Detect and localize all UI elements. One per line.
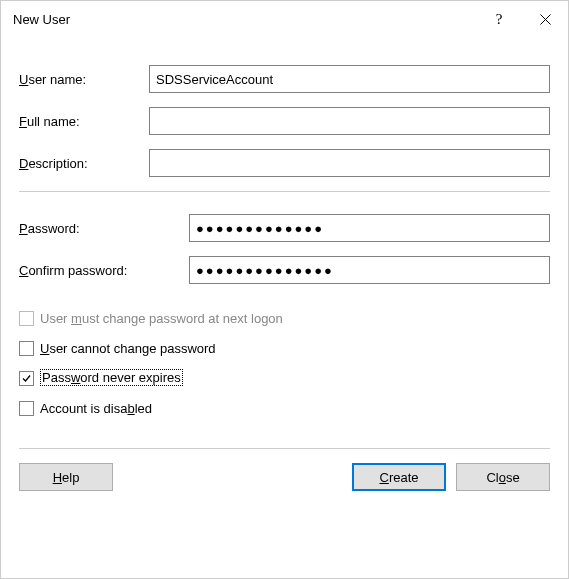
checkbox-label-cannot-change: User cannot change password bbox=[40, 341, 216, 356]
input-description[interactable] bbox=[149, 149, 550, 177]
checkbox-never-expires[interactable]: Password never expires bbox=[19, 368, 550, 388]
checkbox-label-must-change: User must change password at next logon bbox=[40, 311, 283, 326]
row-password: Password: ●●●●●●●●●●●●● bbox=[19, 214, 550, 242]
input-fullname[interactable] bbox=[149, 107, 550, 135]
input-password[interactable]: ●●●●●●●●●●●●● bbox=[189, 214, 550, 242]
label-fullname: Full name: bbox=[19, 114, 149, 129]
checkbox-label-account-disabled: Account is disabled bbox=[40, 401, 152, 416]
checkbox-label-never-expires: Password never expires bbox=[40, 370, 183, 386]
checkbox-group: User must change password at next logon … bbox=[19, 308, 550, 418]
divider-1 bbox=[19, 191, 550, 192]
help-button[interactable]: Help bbox=[19, 463, 113, 491]
label-password: Password: bbox=[19, 221, 189, 236]
checkbox-box-cannot-change[interactable] bbox=[19, 341, 34, 356]
svg-text:?: ? bbox=[496, 11, 503, 27]
row-fullname: Full name: bbox=[19, 107, 550, 135]
checkbox-account-disabled[interactable]: Account is disabled bbox=[19, 398, 550, 418]
checkbox-box-never-expires[interactable] bbox=[19, 371, 34, 386]
checkbox-cannot-change[interactable]: User cannot change password bbox=[19, 338, 550, 358]
checkbox-box-account-disabled[interactable] bbox=[19, 401, 34, 416]
checkbox-must-change: User must change password at next logon bbox=[19, 308, 550, 328]
close-button[interactable]: Close bbox=[456, 463, 550, 491]
window-title: New User bbox=[13, 12, 70, 27]
divider-2 bbox=[19, 448, 550, 449]
dialog-footer: Help Create Close bbox=[1, 463, 568, 509]
input-username[interactable] bbox=[149, 65, 550, 93]
close-icon[interactable] bbox=[522, 3, 568, 35]
row-username: User name: bbox=[19, 65, 550, 93]
label-confirm: Confirm password: bbox=[19, 263, 189, 278]
input-confirm-password[interactable]: ●●●●●●●●●●●●●● bbox=[189, 256, 550, 284]
row-description: Description: bbox=[19, 149, 550, 177]
help-icon[interactable]: ? bbox=[476, 3, 522, 35]
titlebar: New User ? bbox=[1, 1, 568, 37]
dialog-content: User name: Full name: Description: Passw… bbox=[1, 37, 568, 449]
label-username: User name: bbox=[19, 72, 149, 87]
row-confirm: Confirm password: ●●●●●●●●●●●●●● bbox=[19, 256, 550, 284]
label-description: Description: bbox=[19, 156, 149, 171]
create-button[interactable]: Create bbox=[352, 463, 446, 491]
checkbox-box-must-change bbox=[19, 311, 34, 326]
